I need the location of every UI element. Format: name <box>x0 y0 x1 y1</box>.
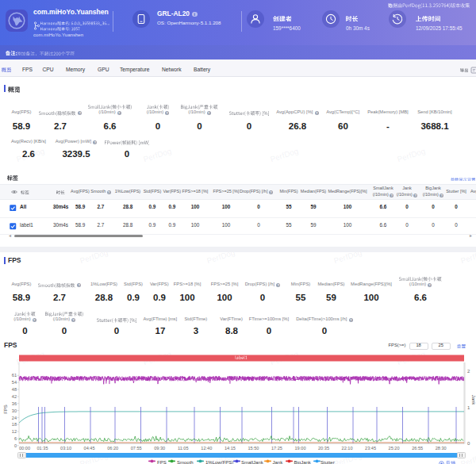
svg-text:42: 42 <box>12 394 17 399</box>
svg-text:2: 2 <box>467 369 470 374</box>
svg-text:04:45: 04:45 <box>84 446 95 451</box>
svg-text:36: 36 <box>12 401 17 406</box>
svg-text:Jank: Jank <box>471 395 476 406</box>
svg-text:22:10: 22:10 <box>342 446 353 451</box>
svg-text:17:25: 17:25 <box>271 446 282 451</box>
svg-text:25:20: 25:20 <box>389 446 400 451</box>
svg-text:00:00: 00:00 <box>19 446 30 451</box>
svg-text:24: 24 <box>12 416 17 420</box>
svg-text:0: 0 <box>467 441 470 446</box>
svg-text:20:35: 20:35 <box>318 446 329 451</box>
svg-text:12:40: 12:40 <box>201 446 212 451</box>
svg-text:6: 6 <box>14 436 17 441</box>
svg-text:15:50: 15:50 <box>248 446 259 451</box>
svg-text:18: 18 <box>12 422 17 427</box>
svg-text:19:00: 19:00 <box>295 446 306 451</box>
svg-text:06:20: 06:20 <box>107 446 118 451</box>
svg-text:12: 12 <box>12 429 17 434</box>
svg-text:26:55: 26:55 <box>412 446 423 451</box>
svg-text:14:15: 14:15 <box>225 446 236 451</box>
svg-text:1: 1 <box>467 405 470 410</box>
svg-text:0: 0 <box>14 443 17 448</box>
svg-text:30: 30 <box>12 408 17 413</box>
svg-text:09:30: 09:30 <box>154 446 165 451</box>
svg-text:23:45: 23:45 <box>365 446 376 451</box>
svg-text:61: 61 <box>12 373 17 378</box>
svg-text:07:55: 07:55 <box>131 446 142 451</box>
svg-text:FPS: FPS <box>3 405 8 414</box>
svg-text:54: 54 <box>12 380 17 385</box>
svg-text:48: 48 <box>12 387 17 392</box>
svg-text:01:35: 01:35 <box>37 446 48 451</box>
svg-text:28:30: 28:30 <box>436 446 447 451</box>
svg-text:03:10: 03:10 <box>60 446 71 451</box>
svg-text:11:05: 11:05 <box>178 446 189 451</box>
